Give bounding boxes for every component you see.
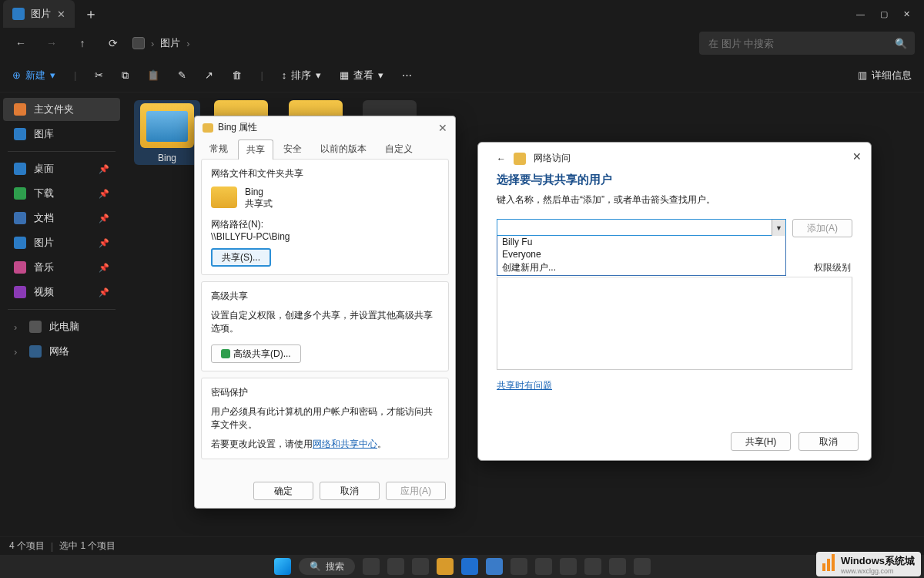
taskbar-app[interactable] bbox=[609, 558, 626, 575]
section-title: 密码保护 bbox=[211, 386, 439, 399]
tab-general[interactable]: 常规 bbox=[201, 139, 236, 159]
sidebar-item-label: 桌面 bbox=[34, 162, 54, 176]
window-controls: ― ▢ ✕ bbox=[856, 9, 924, 19]
pin-icon: 📌 bbox=[99, 213, 109, 223]
taskbar-search[interactable]: 🔍搜索 bbox=[299, 558, 355, 575]
tab-customize[interactable]: 自定义 bbox=[377, 139, 421, 159]
apply-button: 应用(A) bbox=[386, 482, 446, 500]
network-icon bbox=[29, 345, 42, 358]
sidebar-item-thispc[interactable]: ›此电脑 bbox=[3, 315, 120, 338]
taskbar-app[interactable] bbox=[560, 558, 577, 575]
sidebar-item-desktop[interactable]: 桌面📌 bbox=[3, 157, 120, 180]
user-list[interactable] bbox=[497, 277, 852, 370]
more-button[interactable]: ⋯ bbox=[402, 69, 412, 81]
search-input[interactable] bbox=[707, 37, 895, 50]
tab-previous-versions[interactable]: 以前的版本 bbox=[312, 139, 375, 159]
breadcrumb[interactable]: › 图片 › bbox=[132, 36, 190, 50]
column-permission[interactable]: 权限级别 bbox=[814, 261, 851, 274]
maximize-button[interactable]: ▢ bbox=[880, 9, 888, 19]
watermark-logo bbox=[822, 554, 836, 574]
taskbar-app[interactable] bbox=[387, 558, 404, 575]
pin-icon: 📌 bbox=[99, 189, 109, 199]
taskbar-app[interactable] bbox=[634, 558, 651, 575]
dialog-footer: 确定 取消 应用(A) bbox=[253, 482, 446, 500]
dropdown-button[interactable]: ▼ bbox=[772, 220, 785, 237]
start-button[interactable] bbox=[274, 558, 291, 575]
sidebar-item-home[interactable]: 主文件夹 bbox=[3, 98, 120, 121]
sort-button[interactable]: ↕ 排序 ▾ bbox=[282, 69, 322, 82]
delete-button[interactable]: 🗑 bbox=[232, 69, 242, 81]
dialog-titlebar[interactable]: Bing 属性 ✕ bbox=[195, 116, 455, 136]
share-button[interactable]: ↗ bbox=[205, 69, 213, 81]
breadcrumb-segment[interactable]: 图片 bbox=[160, 36, 180, 50]
sidebar-item-pictures[interactable]: 图片📌 bbox=[3, 231, 120, 254]
shared-folder-name: Bing bbox=[245, 187, 273, 197]
cancel-button[interactable]: 取消 bbox=[320, 482, 380, 500]
cancel-button[interactable]: 取消 bbox=[798, 432, 859, 451]
taskbar-app[interactable] bbox=[412, 558, 429, 575]
taskbar-app-edge[interactable] bbox=[461, 558, 478, 575]
taskbar-app[interactable] bbox=[535, 558, 552, 575]
sidebar-item-videos[interactable]: 视频📌 bbox=[3, 281, 120, 304]
sidebar-item-downloads[interactable]: 下载📌 bbox=[3, 182, 120, 205]
up-button[interactable]: ↑ bbox=[71, 32, 94, 55]
pin-icon: 📌 bbox=[99, 287, 109, 297]
taskbar-app[interactable] bbox=[363, 558, 380, 575]
sharing-help-link[interactable]: 共享时有问题 bbox=[497, 380, 552, 391]
close-icon[interactable]: ✕ bbox=[852, 150, 862, 163]
user-option-create[interactable]: 创建新用户... bbox=[497, 260, 785, 275]
sidebar-item-documents[interactable]: 文档📌 bbox=[3, 207, 120, 230]
taskbar-app[interactable] bbox=[584, 558, 601, 575]
copy-button[interactable]: ⧉ bbox=[122, 69, 129, 82]
user-option[interactable]: Everyone bbox=[497, 248, 785, 260]
close-icon[interactable]: ✕ bbox=[438, 122, 447, 134]
network-access-dialog: ← 网络访问 ✕ 选择要与其共享的用户 键入名称，然后单击“添加”，或者单击箭头… bbox=[477, 142, 872, 461]
taskbar-app-store[interactable] bbox=[486, 558, 503, 575]
pictures-icon bbox=[14, 237, 26, 249]
close-tab-icon[interactable]: ✕ bbox=[57, 8, 65, 20]
sidebar-item-network[interactable]: ›网络 bbox=[3, 340, 120, 363]
share-button[interactable]: 共享(S)... bbox=[211, 248, 271, 267]
user-dropdown-list: Billy Fu Everyone 创建新用户... bbox=[497, 236, 786, 276]
sidebar-item-label: 视频 bbox=[34, 285, 54, 299]
taskbar: 🔍搜索 bbox=[0, 555, 924, 578]
user-combo-row: ▼ Billy Fu Everyone 创建新用户... 添加(A) bbox=[497, 219, 852, 237]
refresh-button[interactable]: ⟳ bbox=[102, 32, 125, 55]
network-center-link[interactable]: 网络和共享中心 bbox=[313, 439, 377, 449]
new-tab-button[interactable]: ＋ bbox=[75, 5, 107, 23]
new-button[interactable]: ⊕ 新建 ▾ bbox=[12, 69, 55, 82]
monitor-icon bbox=[132, 37, 145, 49]
advanced-share-button[interactable]: 高级共享(D)... bbox=[211, 344, 301, 363]
add-button: 添加(A) bbox=[792, 219, 852, 237]
details-pane-button[interactable]: ▥ 详细信息 bbox=[858, 69, 912, 82]
sidebar-item-label: 主文件夹 bbox=[34, 102, 74, 116]
search-icon[interactable]: 🔍 bbox=[895, 38, 907, 49]
view-button[interactable]: ▦ 查看 ▾ bbox=[340, 69, 383, 82]
taskbar-app-explorer[interactable] bbox=[437, 558, 454, 575]
cut-button[interactable]: ✂ bbox=[95, 69, 103, 81]
search-box[interactable]: 🔍 bbox=[699, 32, 915, 55]
dialog-title: 选择要与其共享的用户 bbox=[497, 173, 852, 187]
ok-button[interactable]: 确定 bbox=[253, 482, 313, 500]
tab-pictures[interactable]: 图片 ✕ bbox=[3, 0, 75, 28]
user-option[interactable]: Billy Fu bbox=[497, 236, 785, 248]
folder-icon bbox=[140, 103, 194, 148]
minimize-button[interactable]: ― bbox=[856, 9, 865, 19]
back-icon[interactable]: ← bbox=[497, 153, 506, 164]
taskbar-app[interactable] bbox=[511, 558, 527, 575]
folder-bing[interactable]: Bing bbox=[134, 100, 200, 165]
section-title: 高级共享 bbox=[211, 290, 439, 303]
sidebar-item-music[interactable]: 音乐📌 bbox=[3, 256, 120, 279]
pin-icon: 📌 bbox=[99, 238, 109, 248]
rename-button[interactable]: ✎ bbox=[178, 69, 186, 81]
shield-icon bbox=[221, 349, 230, 358]
user-input[interactable] bbox=[497, 219, 786, 236]
share-confirm-button[interactable]: 共享(H) bbox=[731, 432, 791, 451]
sidebar-item-label: 下载 bbox=[34, 187, 54, 200]
close-window-button[interactable]: ✕ bbox=[903, 9, 910, 19]
chevron-right-icon: › bbox=[14, 321, 22, 333]
sidebar-item-gallery[interactable]: 图库 bbox=[3, 123, 120, 146]
tab-share[interactable]: 共享 bbox=[238, 139, 273, 160]
back-button[interactable]: ← bbox=[9, 32, 32, 55]
tab-security[interactable]: 安全 bbox=[275, 139, 310, 159]
